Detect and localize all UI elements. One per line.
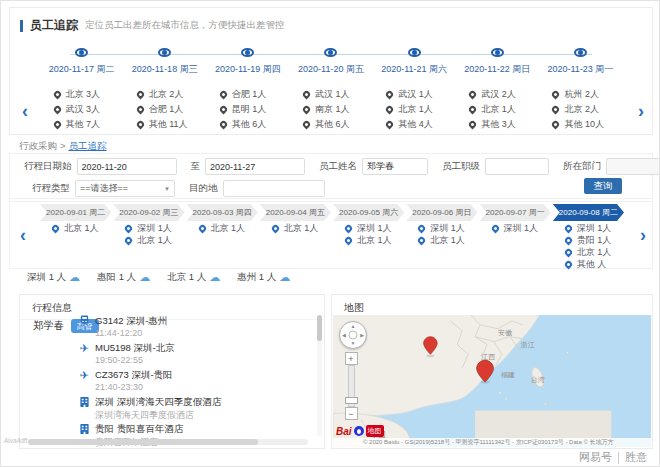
destination-input[interactable] bbox=[223, 180, 325, 197]
timeline-week-day: 2020-11-20 周五武汉 1人南京 1人其他 6人 bbox=[289, 46, 372, 132]
location-row: 北京 1人 bbox=[125, 234, 172, 246]
pan-up-icon[interactable]: ▲ bbox=[351, 324, 356, 329]
timeline-node-icon[interactable] bbox=[158, 48, 171, 57]
employee-rank-input[interactable] bbox=[485, 158, 549, 175]
location-row: 北京 1人 bbox=[565, 246, 612, 258]
breadcrumb: 行政采购>员工追踪 bbox=[19, 140, 107, 153]
cloud-icon: ☁ bbox=[209, 272, 220, 283]
day-location-list: 杭州 2人北京 2人其他 10人 bbox=[552, 87, 608, 132]
map-pin-icon bbox=[385, 105, 395, 115]
day-tab[interactable]: 2020-09-05 周六 bbox=[333, 204, 404, 221]
department-input[interactable] bbox=[606, 158, 660, 175]
city-tag[interactable]: 深圳 1 人☁ bbox=[27, 271, 80, 284]
date-to-input[interactable] bbox=[205, 158, 305, 175]
pan-right-icon[interactable]: ▶ bbox=[360, 333, 364, 338]
map-pin-icon bbox=[135, 105, 145, 115]
pan-left-icon[interactable]: ◀ bbox=[342, 333, 346, 338]
city-tag[interactable]: 惠州 1 人☁ bbox=[237, 271, 290, 284]
timeline-date-label[interactable]: 2020-11-22 周日 bbox=[464, 63, 530, 76]
map-pin-icon bbox=[218, 105, 228, 115]
location-row: 北京 2人 bbox=[552, 102, 599, 117]
title-accent-bar bbox=[20, 20, 23, 32]
vertical-scrollbar-thumb[interactable] bbox=[317, 315, 322, 341]
zoom-out-button[interactable]: − bbox=[345, 407, 358, 420]
pan-down-icon[interactable]: ▼ bbox=[351, 341, 356, 346]
timeline-node-icon[interactable] bbox=[241, 48, 254, 57]
day-tab[interactable]: 2020-09-06 周日 bbox=[406, 204, 477, 221]
location-text: 北京 2人 bbox=[564, 103, 599, 116]
filter-row-2: 行程类型 ==请选择== ▼ 目的地 bbox=[10, 179, 652, 198]
zoom-slider-thumb[interactable] bbox=[345, 397, 358, 404]
location-text: 武汉 2人 bbox=[481, 88, 516, 101]
page-title: 员工追踪 bbox=[30, 17, 78, 34]
location-text: 北京 1人 bbox=[211, 222, 246, 235]
breadcrumb-parent: 行政采购 bbox=[19, 140, 57, 151]
timeline-week-day: 2020-11-18 周三北京 2人合肥 1人其他 11人 bbox=[123, 46, 206, 132]
horizontal-scrollbar-thumb[interactable] bbox=[28, 439, 258, 445]
day-location-column: 深圳 1人 bbox=[480, 222, 553, 266]
timeline-date-label[interactable]: 2020-11-19 周四 bbox=[215, 63, 281, 76]
timeline-node-icon[interactable] bbox=[408, 48, 421, 57]
trip-type-select[interactable]: ==请选择== ▼ bbox=[75, 180, 175, 197]
location-row: 其他 10人 bbox=[552, 117, 604, 132]
date-from-input[interactable] bbox=[77, 158, 177, 175]
location-text: 北京 1人 bbox=[430, 234, 465, 247]
timeline-date-label[interactable]: 2020-11-23 周一 bbox=[547, 63, 613, 76]
trip-type-label: 行程类型 bbox=[32, 182, 70, 195]
day-location-column: 北京 1人 bbox=[260, 222, 333, 266]
baidu-logo[interactable]: Bai 地图 bbox=[336, 425, 384, 437]
timeline-date-label[interactable]: 2020-11-20 周五 bbox=[298, 63, 364, 76]
map-pin-icon bbox=[124, 223, 134, 233]
week-next-icon[interactable]: › bbox=[638, 102, 644, 120]
timeline-week-day: 2020-11-23 周一杭州 2人北京 2人其他 10人 bbox=[539, 46, 622, 132]
map-pan-control[interactable]: ▲ ▼ ◀ ▶ bbox=[339, 321, 367, 349]
zoom-in-button[interactable]: + bbox=[345, 352, 358, 365]
search-button[interactable]: 查询 bbox=[584, 178, 622, 194]
location-row: 杭州 2人 bbox=[552, 87, 599, 102]
day-tab[interactable]: 2020-09-04 周五 bbox=[260, 204, 331, 221]
map-pin-icon bbox=[52, 120, 62, 130]
map-pin-icon bbox=[344, 235, 354, 245]
trip-text: CZ3673 深圳-贵阳 bbox=[95, 369, 173, 382]
timeline-node-icon[interactable] bbox=[491, 48, 504, 57]
employee-name-input[interactable] bbox=[362, 158, 428, 175]
location-row: 深圳 1人 bbox=[418, 222, 465, 234]
days-next-icon[interactable]: › bbox=[640, 226, 646, 244]
city-tag-text: 深圳 1 人 bbox=[27, 271, 66, 284]
horizontal-scrollbar[interactable] bbox=[28, 439, 308, 445]
day-tab-selected[interactable]: 2020-09-08 周二 bbox=[553, 204, 624, 221]
trip-date-label: 行程日期始 bbox=[24, 160, 72, 173]
destination-label: 目的地 bbox=[189, 182, 218, 195]
breadcrumb-current[interactable]: 员工追踪 bbox=[69, 140, 107, 151]
city-tag[interactable]: 惠阳 1 人☁ bbox=[97, 271, 150, 284]
day-tab[interactable]: 2020-09-03 周四 bbox=[187, 204, 258, 221]
page-subtitle: 定位员工出差所在城市信息，方便快捷出差管控 bbox=[85, 19, 285, 32]
timeline-node-icon[interactable] bbox=[75, 48, 88, 57]
map-region-label: 安徽 bbox=[498, 329, 512, 337]
trip-item: 深圳 深圳湾海天四季度假酒店深圳湾海天四季度假酒店 bbox=[78, 396, 221, 419]
watermark-divider bbox=[618, 452, 619, 464]
location-text: 其他 7人 bbox=[66, 118, 101, 131]
timeline-node-icon[interactable] bbox=[574, 48, 587, 57]
days-prev-icon[interactable]: ‹ bbox=[20, 226, 26, 244]
location-row: 其他 人 bbox=[565, 258, 607, 270]
vertical-scrollbar[interactable] bbox=[317, 315, 322, 436]
employee-name-label: 员工姓名 bbox=[319, 160, 357, 173]
timeline-date-label[interactable]: 2020-11-18 周三 bbox=[132, 63, 198, 76]
day-tab[interactable]: 2020-09-07 周一 bbox=[480, 204, 551, 221]
week-prev-icon[interactable]: ‹ bbox=[22, 102, 28, 120]
baidu-map[interactable]: 安徽浙江江西福建台湾泰国 ▲ ▼ ◀ ▶ + − Bai 地图 bbox=[333, 315, 651, 447]
location-row: 合肥 1人 bbox=[137, 102, 184, 117]
timeline-node-icon[interactable] bbox=[324, 48, 337, 57]
location-row: 其他 6人 bbox=[303, 117, 350, 132]
city-tag[interactable]: 北京 1 人☁ bbox=[167, 271, 220, 284]
map-pin-icon bbox=[124, 235, 134, 245]
zoom-slider[interactable] bbox=[348, 365, 355, 407]
day-tab[interactable]: 2020-09-02 周三 bbox=[113, 204, 184, 221]
map-pin-icon bbox=[563, 259, 573, 269]
timeline-date-label[interactable]: 2020-11-21 周六 bbox=[381, 63, 447, 76]
map-pin-icon bbox=[490, 223, 500, 233]
day-tab[interactable]: 2020-09-01 周二 bbox=[40, 204, 111, 221]
timeline-date-label[interactable]: 2020-11-17 周二 bbox=[49, 63, 115, 76]
map-pin-icon bbox=[51, 223, 61, 233]
